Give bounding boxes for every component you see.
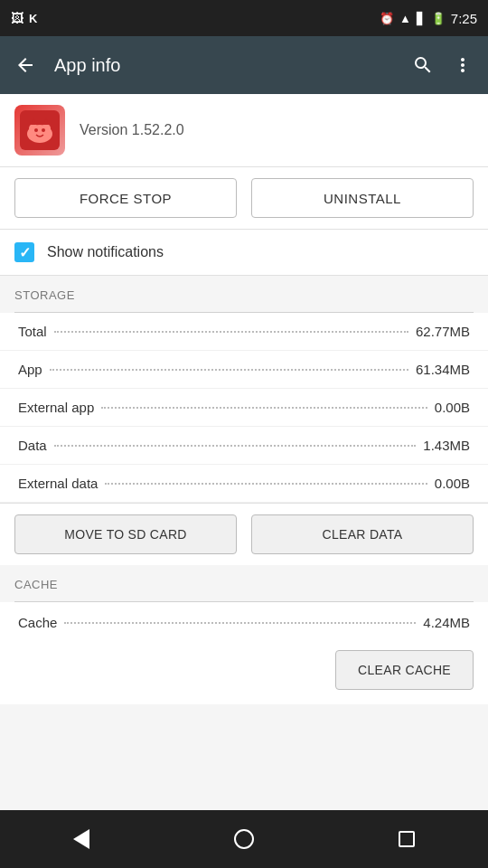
uninstall-button[interactable]: UNINSTALL [251, 178, 474, 218]
storage-external-app-value: 0.00B [435, 400, 470, 415]
storage-section-title: STORAGE [14, 288, 75, 302]
move-to-sd-card-button[interactable]: MOVE TO SD CARD [14, 514, 237, 554]
storage-external-app-label: External app [18, 400, 94, 415]
toolbar: App info [0, 36, 488, 94]
dotted-line-cache [64, 622, 416, 624]
image-status-icon: 🖼 [11, 11, 23, 25]
storage-action-buttons: MOVE TO SD CARD CLEAR DATA [0, 503, 488, 565]
status-time: 7:25 [451, 11, 477, 26]
svg-point-7 [42, 128, 45, 132]
storage-data-row: Data 1.43MB [0, 427, 488, 465]
battery-icon: 🔋 [431, 12, 446, 25]
dotted-line-total [54, 331, 408, 333]
storage-external-data-row: External data 0.00B [0, 465, 488, 503]
storage-external-app-row: External app 0.00B [0, 389, 488, 427]
back-button[interactable] [7, 47, 43, 83]
dotted-line-app [50, 369, 408, 371]
storage-app-value: 61.34MB [416, 362, 470, 377]
app-icon [14, 105, 65, 156]
cache-section-title: CACHE [14, 578, 58, 591]
cache-label: Cache [18, 615, 57, 630]
dotted-line-data [54, 445, 417, 447]
storage-total-label: Total [18, 324, 47, 339]
storage-external-data-label: External data [18, 476, 98, 491]
svg-point-6 [34, 128, 38, 132]
storage-external-data-value: 0.00B [435, 476, 470, 491]
nav-recent-button[interactable] [380, 821, 434, 857]
clear-cache-button[interactable]: CLEAR CACHE [335, 650, 474, 690]
search-button[interactable] [405, 47, 441, 83]
k-status-icon: K [29, 12, 37, 25]
check-icon: ✓ [19, 244, 31, 261]
storage-data-label: Data [18, 438, 47, 453]
storage-app-row: App 61.34MB [0, 351, 488, 389]
storage-section: STORAGE Total 62.77MB App 61.34MB Extern… [0, 276, 488, 565]
nav-bar [0, 810, 488, 868]
notifications-row[interactable]: ✓ Show notifications [0, 230, 488, 276]
action-buttons: FORCE STOP UNINSTALL [0, 167, 488, 230]
force-stop-button[interactable]: FORCE STOP [14, 178, 237, 218]
cache-size-row: Cache 4.24MB [0, 602, 488, 643]
notifications-label: Show notifications [47, 244, 164, 260]
back-nav-icon [73, 829, 89, 849]
signal-icon: ▋ [417, 12, 426, 25]
recent-nav-icon [399, 831, 415, 847]
wifi-icon: ▲ [399, 12, 411, 25]
home-nav-icon [234, 829, 254, 849]
cache-card: Cache 4.24MB CLEAR CACHE [0, 602, 488, 704]
status-bar-right: ⏰ ▲ ▋ 🔋 7:25 [380, 11, 477, 26]
app-version: Version 1.52.2.0 [80, 122, 184, 138]
cache-action-buttons: CLEAR CACHE [0, 643, 488, 704]
alarm-icon: ⏰ [380, 12, 394, 25]
toolbar-actions [405, 47, 481, 83]
cache-value: 4.24MB [423, 615, 470, 630]
nav-home-button[interactable] [217, 821, 271, 857]
app-header: Version 1.52.2.0 [0, 94, 488, 167]
status-bar-left: 🖼 K [11, 11, 37, 25]
page-title: App info [43, 55, 405, 76]
more-options-button[interactable] [445, 47, 481, 83]
dotted-line-external-data [105, 483, 427, 485]
storage-card: Total 62.77MB App 61.34MB External app 0… [0, 313, 488, 565]
clear-data-button[interactable]: CLEAR DATA [251, 514, 474, 554]
cache-section-header: CACHE [0, 565, 488, 598]
storage-data-value: 1.43MB [423, 438, 470, 453]
storage-total-value: 62.77MB [416, 324, 470, 339]
dotted-line-external-app [101, 407, 427, 409]
storage-total-row: Total 62.77MB [0, 313, 488, 351]
status-bar: 🖼 K ⏰ ▲ ▋ 🔋 7:25 [0, 0, 488, 36]
nav-back-button[interactable] [54, 821, 108, 857]
notifications-checkbox[interactable]: ✓ [14, 242, 34, 262]
storage-section-header: STORAGE [0, 276, 488, 308]
storage-app-label: App [18, 362, 42, 377]
cache-section: CACHE Cache 4.24MB CLEAR CACHE [0, 565, 488, 704]
